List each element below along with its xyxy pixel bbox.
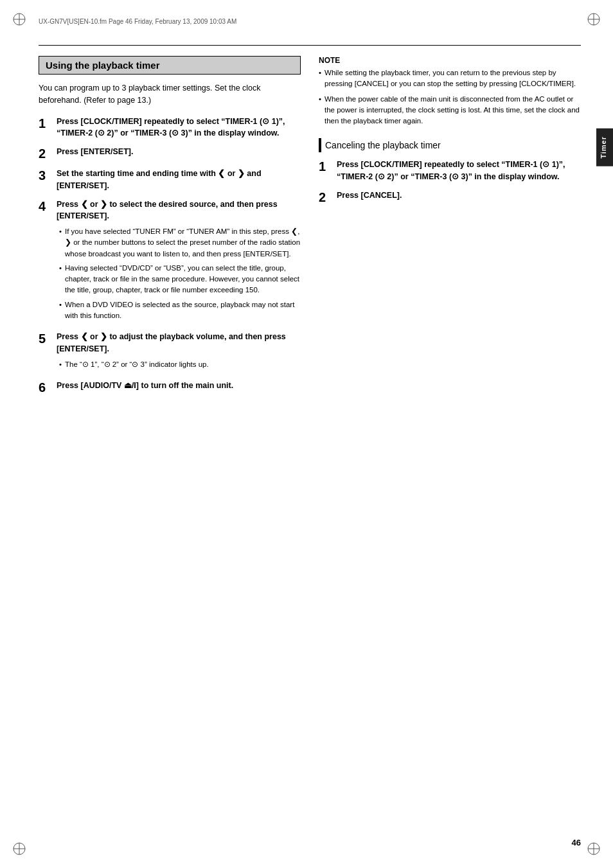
- step-2: 2 Press [ENTER/SET].: [39, 146, 301, 161]
- step-5-sub-bullets: The “⊙ 1”, “⊙ 2” or “⊙ 3” indicator ligh…: [59, 359, 301, 370]
- step-1-number: 1: [39, 116, 57, 131]
- step-1-content: Press [CLOCK/TIMER] repeatedly to select…: [57, 116, 301, 140]
- cancel-step-2-number: 2: [319, 190, 337, 205]
- cancel-section-title: Canceling the playback timer: [325, 140, 441, 150]
- step-5: 5 Press ❮ or ❯ to adjust the playback vo…: [39, 331, 301, 373]
- cancel-step-2: 2 Press [CANCEL].: [319, 190, 581, 205]
- step-4-bullet-3: When a DVD VIDEO is selected as the sour…: [59, 299, 301, 322]
- cancel-step-1: 1 Press [CLOCK/TIMER] repeatedly to sele…: [319, 159, 581, 183]
- step-2-content: Press [ENTER/SET].: [57, 146, 301, 158]
- top-rule: [39, 45, 581, 46]
- content-area: Using the playback timer You can program…: [39, 45, 581, 829]
- page-number: 46: [572, 838, 581, 847]
- corner-mark-bl: [12, 841, 27, 856]
- right-column: NOTE While setting the playback timer, y…: [319, 56, 581, 402]
- corner-mark-tl: [12, 12, 27, 27]
- cancel-section-header: Canceling the playback timer: [319, 138, 581, 152]
- note-title: NOTE: [319, 56, 581, 65]
- step-3-content: Set the starting time and ending time wi…: [57, 168, 301, 192]
- step-2-number: 2: [39, 146, 57, 161]
- note-section: NOTE While setting the playback timer, y…: [319, 56, 581, 127]
- cancel-step-2-content: Press [CANCEL].: [337, 190, 581, 202]
- note-bullet-2: When the power cable of the main unit is…: [319, 94, 581, 127]
- step-1: 1 Press [CLOCK/TIMER] repeatedly to sele…: [39, 116, 301, 140]
- corner-mark-tr: [586, 12, 601, 27]
- intro-text: You can program up to 3 playback timer s…: [39, 82, 301, 107]
- section-title: Using the playback timer: [39, 56, 301, 75]
- step-4: 4 Press ❮ or ❯ to select the desired sou…: [39, 199, 301, 325]
- step-6-content: Press [AUDIO/TV ⏏/I] to turn off the mai…: [57, 380, 301, 392]
- corner-mark-br: [586, 841, 601, 856]
- step-3-number: 3: [39, 168, 57, 183]
- step-6: 6 Press [AUDIO/TV ⏏/I] to turn off the m…: [39, 380, 301, 395]
- step-6-number: 6: [39, 380, 57, 395]
- file-info: UX-GN7V[US]EN-10.fm Page 46 Friday, Febr…: [39, 18, 236, 25]
- cancel-step-1-content: Press [CLOCK/TIMER] repeatedly to select…: [337, 159, 581, 183]
- step-3: 3 Set the starting time and ending time …: [39, 168, 301, 192]
- step-5-number: 5: [39, 331, 57, 346]
- step-4-content: Press ❮ or ❯ to select the desired sourc…: [57, 199, 301, 325]
- step-4-number: 4: [39, 199, 57, 214]
- columns: Using the playback timer You can program…: [39, 56, 581, 402]
- left-column: Using the playback timer You can program…: [39, 56, 301, 402]
- cancel-bar: [319, 138, 321, 152]
- side-tab: Timer: [596, 128, 613, 166]
- step-5-bullet-1: The “⊙ 1”, “⊙ 2” or “⊙ 3” indicator ligh…: [59, 359, 301, 370]
- cancel-step-1-number: 1: [319, 159, 337, 174]
- note-bullet-1: While setting the playback timer, you ca…: [319, 67, 581, 90]
- step-5-content: Press ❮ or ❯ to adjust the playback volu…: [57, 331, 301, 373]
- page: UX-GN7V[US]EN-10.fm Page 46 Friday, Febr…: [0, 0, 613, 868]
- step-4-sub-bullets: If you have selected “TUNER FM” or “TUNE…: [59, 226, 301, 321]
- step-4-bullet-2: Having selected “DVD/CD” or “USB”, you c…: [59, 263, 301, 296]
- step-4-bullet-1: If you have selected “TUNER FM” or “TUNE…: [59, 226, 301, 260]
